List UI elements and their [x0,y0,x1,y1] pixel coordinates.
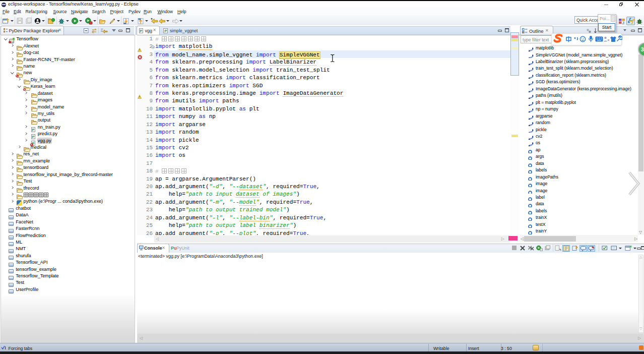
svg-text:J: J [622,21,624,25]
